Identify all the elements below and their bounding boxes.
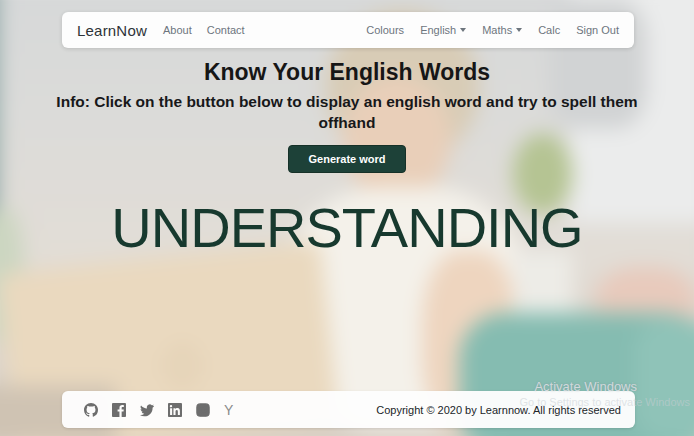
navbar-right-links: Colours English Maths Calc Sign Out <box>366 24 619 36</box>
hero-section: Know Your English Words Info: Click on t… <box>0 58 694 257</box>
info-text: Info: Click on the button below to displ… <box>0 91 694 133</box>
nav-link-colours[interactable]: Colours <box>366 24 404 36</box>
footer: Y Copyright © 2020 by Learnnow. All righ… <box>62 391 635 428</box>
nav-link-contact[interactable]: Contact <box>207 24 245 36</box>
nav-dropdown-english[interactable]: English <box>420 24 466 36</box>
hackernews-icon[interactable]: Y <box>224 403 233 417</box>
social-links: Y <box>84 403 233 417</box>
nav-dropdown-maths-label: Maths <box>482 24 512 36</box>
page-title: Know Your English Words <box>0 58 694 86</box>
nav-dropdown-english-label: English <box>420 24 456 36</box>
twitter-icon[interactable] <box>140 403 154 417</box>
nav-link-calc[interactable]: Calc <box>538 24 560 36</box>
info-text-line1: Info: Click on the button below to displ… <box>0 91 694 112</box>
navbar: LearnNow About Contact Colours English M… <box>62 12 634 48</box>
nav-link-about[interactable]: About <box>163 24 192 36</box>
photo-laptop-logo <box>168 347 197 384</box>
instagram-icon[interactable] <box>196 403 210 417</box>
nav-dropdown-maths[interactable]: Maths <box>482 24 522 36</box>
brand-logo[interactable]: LearnNow <box>77 22 147 39</box>
linkedin-icon[interactable] <box>168 403 182 417</box>
facebook-icon[interactable] <box>112 403 126 417</box>
copyright-text: Copyright © 2020 by Learnnow. All rights… <box>376 404 621 416</box>
generated-word: UNDERSTANDING <box>0 199 694 257</box>
chevron-down-icon <box>460 28 466 32</box>
chevron-down-icon <box>516 28 522 32</box>
navbar-left-links: About Contact <box>163 24 245 36</box>
github-icon[interactable] <box>84 403 98 417</box>
generate-word-button[interactable]: Generate word <box>288 145 405 173</box>
nav-link-sign-out[interactable]: Sign Out <box>576 24 619 36</box>
info-text-line2: offhand <box>0 112 694 133</box>
photo-teal-chair-edge <box>634 319 694 436</box>
